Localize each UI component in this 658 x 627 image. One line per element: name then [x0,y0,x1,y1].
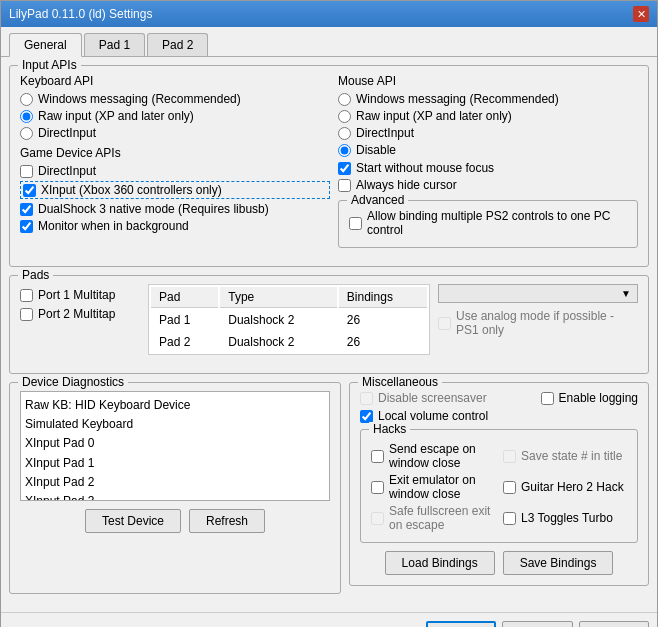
misc-check-label-1: Enable logging [559,391,638,405]
keyboard-api-section: Keyboard API Windows messaging (Recommen… [20,74,330,256]
keyboard-radio-2[interactable]: DirectInput [20,126,330,140]
mouse-radio-1[interactable]: Raw input (XP and later only) [338,109,638,123]
game-check-0[interactable]: DirectInput [20,164,330,178]
port1-multitap-label: Port 1 Multitap [38,288,115,302]
pad-dropdown[interactable]: ▼ [438,284,638,303]
table-row[interactable]: Pad 2 Dualshock 2 26 [151,332,427,352]
misc-row-1: Disable screensaver Enable logging [360,391,638,405]
refresh-button[interactable]: Refresh [189,509,265,533]
ok-button[interactable]: OK [426,621,496,627]
hack-label-5: L3 Toggles Turbo [521,511,613,525]
game-check-input-2[interactable] [20,203,33,216]
misc-check-input-1[interactable] [541,392,554,405]
hack-check-5[interactable]: L3 Toggles Turbo [503,504,627,532]
hack-check-1[interactable]: Save state # in title [503,442,627,470]
game-check-1[interactable]: XInput (Xbox 360 controllers only) [20,181,330,199]
window-title: LilyPad 0.11.0 (ld) Settings [9,7,152,21]
load-bindings-button[interactable]: Load Bindings [385,551,495,575]
hack-input-1[interactable] [503,450,516,463]
game-check-label-1: XInput (Xbox 360 controllers only) [41,183,222,197]
hack-input-3[interactable] [503,481,516,494]
hack-check-2[interactable]: Exit emulator on window close [371,473,495,501]
advanced-check-input-0[interactable] [349,217,362,230]
pads-label: Pads [18,268,53,282]
keyboard-radio-input-1[interactable] [20,110,33,123]
mouse-api-label: Mouse API [338,74,638,88]
game-check-input-3[interactable] [20,220,33,233]
mouse-api-radios: Windows messaging (Recommended) Raw inpu… [338,92,638,157]
keyboard-radio-1[interactable]: Raw input (XP and later only) [20,109,330,123]
input-apis-label: Input APIs [18,58,81,72]
misc-check-0[interactable]: Disable screensaver [360,391,487,405]
mouse-api-section: Mouse API Windows messaging (Recommended… [338,74,638,256]
advanced-label: Advanced [347,193,408,207]
input-apis-group: Input APIs Keyboard API Windows messagin… [9,65,649,267]
hack-check-4[interactable]: Safe fullscreen exit on escape [371,504,495,532]
keyboard-radio-input-2[interactable] [20,127,33,140]
game-check-input-0[interactable] [20,165,33,178]
tab-general[interactable]: General [9,33,82,57]
mouse-radio-0[interactable]: Windows messaging (Recommended) [338,92,638,106]
port1-multitap-input[interactable] [20,289,33,302]
mouse-radio-2[interactable]: DirectInput [338,126,638,140]
game-check-3[interactable]: Monitor when in background [20,219,330,233]
mouse-extra-input-0[interactable] [338,162,351,175]
game-check-input-1[interactable] [23,184,36,197]
misc-check-input-2[interactable] [360,410,373,423]
hack-label-2: Exit emulator on window close [389,473,495,501]
diag-item-4: XInput Pad 2 [25,473,325,492]
game-device-label: Game Device APIs [20,146,330,160]
advanced-check-0[interactable]: Allow binding multiple PS2 controls to o… [349,209,627,237]
misc-check-input-0[interactable] [360,392,373,405]
tab-pad1[interactable]: Pad 1 [84,33,145,56]
analog-mode-check[interactable]: Use analog mode if possible - PS1 only [438,309,638,337]
tab-pad2[interactable]: Pad 2 [147,33,208,56]
hacks-label: Hacks [369,422,410,436]
col-pad: Pad [151,287,218,308]
pads-data-table: Pad Type Bindings Pad 1 Dualshock 2 26 [149,285,429,354]
hack-check-3[interactable]: Guitar Hero 2 Hack [503,473,627,501]
mouse-extra-1[interactable]: Always hide cursor [338,178,638,192]
game-check-2[interactable]: DualShock 3 native mode (Requires libusb… [20,202,330,216]
misc-check-2[interactable]: Local volume control [360,409,638,423]
keyboard-api-radios: Windows messaging (Recommended) Raw inpu… [20,92,330,140]
pad1-bindings: 26 [339,310,427,330]
mouse-extra-0[interactable]: Start without mouse focus [338,161,638,175]
mouse-radio-input-3[interactable] [338,144,351,157]
analog-mode-input[interactable] [438,317,451,330]
pad2-bindings: 26 [339,332,427,352]
game-check-label-3: Monitor when in background [38,219,189,233]
diagnostics-list[interactable]: Raw KB: HID Keyboard Device Simulated Ke… [20,391,330,501]
misc-check-1[interactable]: Enable logging [541,391,638,405]
mouse-radio-input-0[interactable] [338,93,351,106]
mouse-extra-input-1[interactable] [338,179,351,192]
apply-button[interactable]: Apply [579,621,649,627]
advanced-check-label-0: Allow binding multiple PS2 controls to o… [367,209,627,237]
diag-item-2: XInput Pad 0 [25,434,325,453]
table-row[interactable]: Pad 1 Dualshock 2 26 [151,310,427,330]
mouse-radio-label-0: Windows messaging (Recommended) [356,92,559,106]
mouse-radio-3[interactable]: Disable [338,143,638,157]
hack-input-4[interactable] [371,512,384,525]
diag-item-1: Simulated Keyboard [25,415,325,434]
test-device-button[interactable]: Test Device [85,509,181,533]
pad2-pad: Pad 2 [151,332,218,352]
save-bindings-button[interactable]: Save Bindings [503,551,614,575]
pad1-pad: Pad 1 [151,310,218,330]
misc-bindings-row: Load Bindings Save Bindings [360,551,638,575]
keyboard-radio-label-1: Raw input (XP and later only) [38,109,194,123]
bottom-split: Device Diagnostics Raw KB: HID Keyboard … [9,382,649,594]
hack-input-5[interactable] [503,512,516,525]
port2-multitap[interactable]: Port 2 Multitap [20,307,140,321]
hack-input-0[interactable] [371,450,384,463]
hack-input-2[interactable] [371,481,384,494]
keyboard-radio-0[interactable]: Windows messaging (Recommended) [20,92,330,106]
hack-check-0[interactable]: Send escape on window close [371,442,495,470]
mouse-radio-input-1[interactable] [338,110,351,123]
cancel-button[interactable]: Cancel [502,621,573,627]
mouse-radio-input-2[interactable] [338,127,351,140]
port2-multitap-input[interactable] [20,308,33,321]
keyboard-radio-input-0[interactable] [20,93,33,106]
close-button[interactable]: ✕ [633,6,649,22]
port1-multitap[interactable]: Port 1 Multitap [20,288,140,302]
